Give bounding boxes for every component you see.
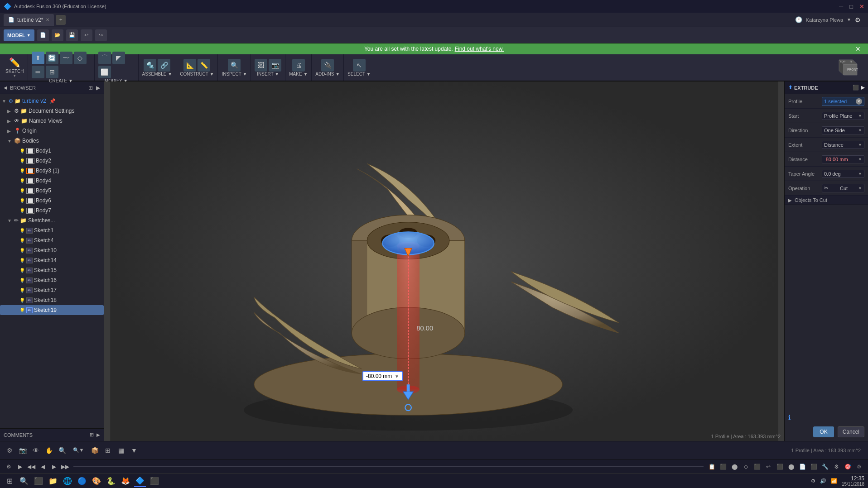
ribbon-sweep-icon[interactable]: 〰 [60,52,72,64]
anim-next-icon[interactable]: ▶ [49,462,59,472]
taskbar-edge-browser[interactable]: 🌐 [62,475,73,487]
dimension-input[interactable]: -80.00 mm ▼ [362,371,403,381]
file-tab[interactable]: 📄 turbine v2* ✕ [4,14,54,26]
tree-named-views[interactable]: ▶ 👁 📁 Named Views [0,116,104,126]
ribbon-revolve-icon[interactable]: 🔄 [46,52,58,64]
ribbon-modify-group[interactable]: ⌒ ◤ ⬜ MODIFY ▼ [94,54,138,81]
anim-prev-icon[interactable]: ◀ [38,462,48,472]
tree-sketch16[interactable]: 💡 ✏ Sketch16 [0,275,104,285]
ribbon-select-group[interactable]: ↖ SELECT ▼ [343,54,374,81]
tree-sketch15[interactable]: 💡 ✏ Sketch15 [0,265,104,275]
taskbar-another-app[interactable]: ⬛ [149,475,160,487]
tree-body2[interactable]: 💡 ⬜ Body2 [0,156,104,166]
bottom-snap-icon[interactable]: ▦ [115,445,127,456]
ribbon-assemble-group[interactable]: 🔩 🔗 ASSEMBLE ▼ [138,54,176,81]
tree-body7[interactable]: 💡 ⬜ Body7 [0,206,104,215]
bottom-home-icon[interactable]: ⚙ [4,445,15,456]
ribbon-sketch-icon[interactable]: ✏️ SKETCH ▼ [2,54,28,81]
toolbar-save-button[interactable]: 💾 [66,29,78,41]
taskbar-volume-icon[interactable]: 🔊 [820,478,826,484]
tree-origin[interactable]: ▶ 📍 Origin [0,126,104,136]
settings-icon[interactable]: ⚙ [855,16,861,24]
ribbon-axis-icon[interactable]: 📏 [198,59,210,72]
comments-expand[interactable]: ▶ [96,432,100,437]
tree-bodies[interactable]: ▼ 📦 Bodies [0,136,104,146]
anim-timeline-icon6[interactable]: ↩ [763,462,773,472]
model-mode-button[interactable]: MODEL ▼ [4,29,34,41]
tree-document-settings[interactable]: ▶ ⚙ 📁 Document Settings [0,106,104,116]
notification-link[interactable]: Find out what's new. [455,46,504,52]
anim-settings-icon[interactable]: ⚙ [4,462,14,472]
anim-timeline-icon2[interactable]: ⬛ [718,462,728,472]
taskbar-task-view-button[interactable]: ⬛ [33,475,44,487]
taskbar-clock[interactable]: 12:35 15/11/2018 [842,475,864,487]
direction-dropdown[interactable]: One Side ▼ [822,126,864,134]
ribbon-insert-image-icon[interactable]: 🖼 [255,59,267,72]
operation-dropdown[interactable]: ✂ Cut ▼ [822,184,864,192]
profile-clear-button[interactable]: ✕ [856,98,862,105]
bottom-display-icon[interactable]: 📦 [89,445,101,456]
anim-timeline-icon12[interactable]: ⚙ [831,462,841,472]
tree-sketch10[interactable]: 💡 ✏ Sketch10 [0,245,104,255]
ribbon-construct-group[interactable]: 📐 📏 CONSTRUCT ▼ [176,54,217,81]
ribbon-3dprint-icon[interactable]: 🖨 [292,59,305,72]
ribbon-inspect-group[interactable]: 🔍 INSPECT ▼ [217,54,251,81]
user-chevron[interactable]: ▼ [847,17,851,22]
maximize-button[interactable]: □ [849,3,853,10]
bottom-pan-icon[interactable]: ✋ [43,445,55,456]
toolbar-redo-button[interactable]: ↪ [95,29,107,41]
bottom-zoom-icon[interactable]: 🔍 [56,445,68,456]
ribbon-loft-icon[interactable]: ◇ [74,52,87,64]
tree-body3[interactable]: 💡 ⬜ Body3 (1) [0,166,104,176]
taskbar-settings-icon[interactable]: ⚙ [811,478,815,484]
taskbar-search-button[interactable]: 🔍 [18,475,30,487]
dim-value[interactable]: -80.00 mm [366,373,393,379]
ribbon-select-icon[interactable]: ↖ [353,59,366,72]
tree-sketch4[interactable]: 💡 ✏ Sketch4 [0,235,104,245]
panel-expand-icon[interactable]: ⬛ [853,85,859,91]
ribbon-motion-icon[interactable]: 🔗 [158,59,170,72]
tree-sketch17[interactable]: 💡 ✏ Sketch17 [0,285,104,295]
window-controls[interactable]: ─ □ ✕ [839,3,864,10]
new-tab-button[interactable]: + [56,15,66,25]
ribbon-addins-icon[interactable]: 🔌 [321,59,334,72]
bottom-camera-icon[interactable]: 📷 [17,445,29,456]
anim-timeline-icon1[interactable]: 📋 [707,462,717,472]
panel-chevron-icon[interactable]: ▶ [861,85,864,91]
anim-play-icon[interactable]: ▶ [15,462,25,472]
tree-sketch19[interactable]: 💡 ✏ Sketch19 [0,305,104,315]
timeline-bar[interactable] [73,466,704,467]
anim-timeline-icon9[interactable]: 📄 [797,462,807,472]
tree-body4[interactable]: 💡 ⬜ Body4 [0,176,104,186]
tree-body6[interactable]: 💡 ⬜ Body6 [0,196,104,206]
toolbar-new-button[interactable]: 📄 [37,29,49,41]
distance-input[interactable]: -80.00 mm ▼ [822,155,864,163]
tree-sketch18[interactable]: 💡 ✏ Sketch18 [0,295,104,305]
ribbon-fillet-icon[interactable]: ⌒ [98,52,111,64]
anim-timeline-icon4[interactable]: ◇ [741,462,751,472]
anim-timeline-icon3[interactable]: ⬤ [729,462,739,472]
viewport[interactable]: 80.00 -80.00 mm ▼ 1 Profile | Area : 163… [104,81,784,441]
ribbon-extrude-icon[interactable]: ⬆ [32,52,44,64]
ribbon-chamfer-icon[interactable]: ◤ [112,52,125,64]
notification-close[interactable]: ✕ [855,45,861,53]
sidebar-actions[interactable]: ⊞ ▶ [88,85,100,91]
taskbar-fusion-app[interactable]: 🔷 [134,475,146,487]
ribbon-joint-icon[interactable]: 🔩 [144,59,156,72]
anim-end-settings[interactable]: ⚙ [854,464,864,470]
taskbar-python-app[interactable]: 🐍 [105,475,117,487]
toolbar-open-button[interactable]: 📂 [52,29,63,41]
ribbon-plane-icon[interactable]: 📐 [183,59,196,72]
anim-timeline-icon11[interactable]: 🔧 [820,462,830,472]
viewcube[interactable]: FRONT TOP R [830,55,862,80]
start-dropdown[interactable]: Profile Plane ▼ [822,112,864,120]
taskbar-firefox-app[interactable]: 🦊 [120,475,131,487]
ribbon-webicon[interactable]: ⊞ [46,66,58,78]
bottom-snap-dropdown[interactable]: ▼ [128,445,140,456]
tree-root[interactable]: ▼ ⚙ 📁 turbine v2 📌 [0,96,104,106]
comments-bar[interactable]: COMMENTS ⊞ ▶ [0,428,104,441]
bottom-orbit-icon[interactable]: 👁 [30,445,42,456]
taper-input[interactable]: 0.0 deg ▼ [822,170,864,178]
ribbon-shell-icon[interactable]: ⬜ [98,66,111,78]
anim-end-icon[interactable]: ▶▶ [60,462,70,472]
